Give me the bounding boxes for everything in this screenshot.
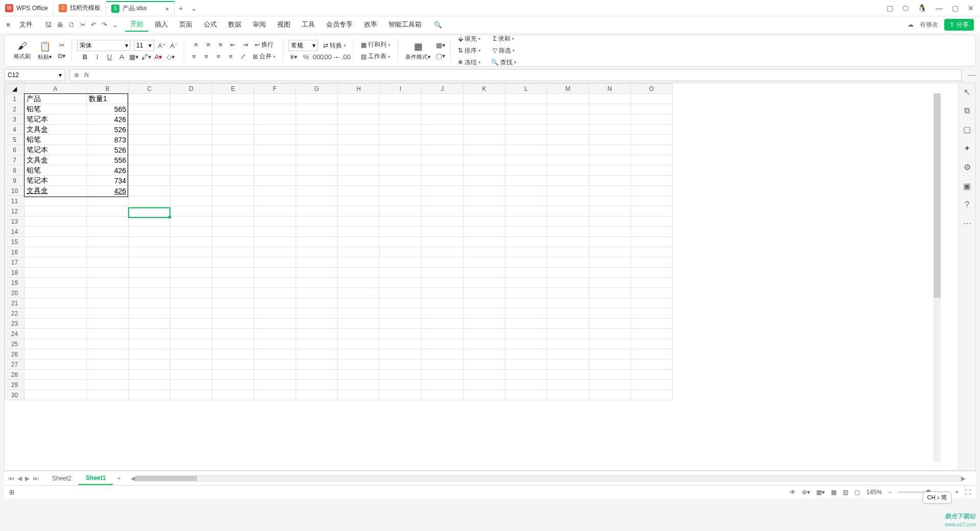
cube-icon[interactable]: ⬡ [902, 4, 909, 12]
cell-B8[interactable]: 426 [87, 165, 129, 176]
cell-H10[interactable] [338, 186, 380, 196]
row-header-3[interactable]: 3 [5, 114, 24, 125]
menu-member[interactable]: 会员专享 [321, 18, 358, 31]
redo-icon[interactable]: ↷ [102, 21, 107, 29]
cell-K5[interactable] [463, 135, 505, 145]
cell-A30[interactable] [24, 390, 87, 400]
col-header-G[interactable]: G [296, 84, 338, 94]
cell-K8[interactable] [463, 165, 505, 176]
cell-N3[interactable] [589, 114, 631, 125]
cell-N24[interactable] [589, 329, 631, 339]
cell-L12[interactable] [505, 206, 547, 216]
cell-F19[interactable] [254, 278, 296, 288]
cell-E5[interactable] [212, 135, 254, 145]
cell-A12[interactable] [24, 206, 87, 216]
cell-C22[interactable] [129, 308, 170, 319]
layout-icon[interactable]: ▢ [887, 4, 893, 12]
cell-O26[interactable] [631, 349, 673, 359]
cell-F8[interactable] [254, 165, 296, 176]
cell-O23[interactable] [631, 319, 673, 329]
cell-I8[interactable] [380, 165, 422, 176]
font-color-icon[interactable]: A▾ [154, 52, 163, 61]
cell-C2[interactable] [129, 104, 170, 114]
menu-start[interactable]: 开始 [125, 17, 149, 32]
cell-O10[interactable] [631, 186, 673, 196]
menu-formula[interactable]: 公式 [199, 18, 222, 31]
cell-A26[interactable] [24, 349, 87, 359]
cell-G9[interactable] [296, 176, 338, 186]
cell-J25[interactable] [422, 339, 463, 349]
cell-D16[interactable] [170, 247, 212, 257]
cell-M10[interactable] [547, 186, 589, 196]
cell-M8[interactable] [547, 165, 589, 176]
cell-O6[interactable] [631, 145, 673, 155]
cell-I19[interactable] [380, 278, 422, 288]
cell-C7[interactable] [129, 155, 170, 165]
cell-H30[interactable] [338, 390, 380, 400]
cell-I9[interactable] [380, 176, 422, 186]
cell-M12[interactable] [547, 206, 589, 216]
cell-I21[interactable] [380, 298, 422, 308]
fullscreen-icon[interactable]: ⛶ [965, 489, 971, 496]
cell-F7[interactable] [254, 155, 296, 165]
cell-M30[interactable] [547, 390, 589, 400]
row-header-22[interactable]: 22 [5, 308, 24, 319]
cell-F23[interactable] [254, 319, 296, 329]
cell-F4[interactable] [254, 125, 296, 135]
cell-O27[interactable] [631, 359, 673, 370]
cell-J16[interactable] [422, 247, 463, 257]
cell-B1[interactable]: 数量1 [87, 94, 129, 104]
cell-J6[interactable] [422, 145, 463, 155]
strike-icon[interactable]: A̶ [117, 52, 127, 61]
menu-insert[interactable]: 插入 [150, 18, 173, 31]
paste-button[interactable]: 📋粘贴▾ [36, 40, 54, 62]
cell-D30[interactable] [170, 390, 212, 400]
valign-bot-icon[interactable]: ≡ [216, 40, 225, 50]
cell-F21[interactable] [254, 298, 296, 308]
cell-N14[interactable] [589, 227, 631, 237]
cell-G24[interactable] [296, 329, 338, 339]
align-left-icon[interactable]: ≡ [189, 52, 199, 61]
cell-A27[interactable] [24, 359, 87, 370]
row-header-9[interactable]: 9 [5, 176, 24, 186]
dec-decimal-icon[interactable]: ←.00 [338, 52, 348, 61]
cell-C3[interactable] [129, 114, 170, 125]
cell-O30[interactable] [631, 390, 673, 400]
cell-O12[interactable] [631, 206, 673, 216]
col-header-A[interactable]: A [24, 84, 87, 94]
row-header-24[interactable]: 24 [5, 329, 24, 339]
cell-J11[interactable] [422, 196, 463, 206]
menu-efficiency[interactable]: 效率 [359, 18, 382, 31]
col-header-H[interactable]: H [338, 84, 380, 94]
merge-button[interactable]: ⊞ 合并▾ [251, 51, 278, 62]
row-header-28[interactable]: 28 [5, 370, 24, 380]
cell-C14[interactable] [129, 227, 170, 237]
cell-B2[interactable]: 565 [87, 104, 129, 114]
cell-A19[interactable] [24, 278, 87, 288]
cell-I16[interactable] [380, 247, 422, 257]
cell-H9[interactable] [338, 176, 380, 186]
cell-N6[interactable] [589, 145, 631, 155]
cell-styles-icon[interactable]: ▦▾ [436, 41, 445, 50]
cell-E27[interactable] [212, 359, 254, 370]
cell-G4[interactable] [296, 125, 338, 135]
cell-K7[interactable] [463, 155, 505, 165]
row-header-12[interactable]: 12 [5, 206, 24, 216]
cell-B26[interactable] [87, 349, 129, 359]
cell-F12[interactable] [254, 206, 296, 216]
cell-M6[interactable] [547, 145, 589, 155]
cell-N23[interactable] [589, 319, 631, 329]
indent-inc-icon[interactable]: ⇥ [240, 40, 250, 50]
cell-D3[interactable] [170, 114, 212, 125]
cell-F6[interactable] [254, 145, 296, 155]
cell-G30[interactable] [296, 390, 338, 400]
cell-E23[interactable] [212, 319, 254, 329]
cell-N1[interactable] [589, 94, 631, 104]
cell-O19[interactable] [631, 278, 673, 288]
cell-L25[interactable] [505, 339, 547, 349]
cell-M23[interactable] [547, 319, 589, 329]
collapse-ribbon-icon[interactable]: — [968, 70, 976, 80]
cell-I22[interactable] [380, 308, 422, 319]
col-header-D[interactable]: D [170, 84, 212, 94]
col-header-K[interactable]: K [463, 84, 505, 94]
